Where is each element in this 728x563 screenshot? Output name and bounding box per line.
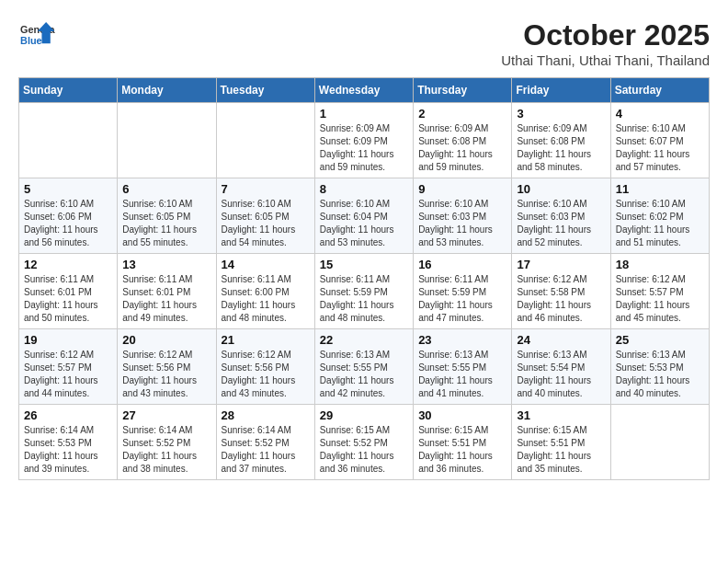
calendar-cell: 24Sunrise: 6:13 AM Sunset: 5:54 PM Dayli…: [512, 329, 610, 405]
logo: General Blue: [18, 18, 55, 51]
day-info: Sunrise: 6:14 AM Sunset: 5:52 PM Dayligh…: [222, 424, 310, 476]
calendar-cell: 6Sunrise: 6:10 AM Sunset: 6:05 PM Daylig…: [118, 178, 216, 254]
calendar-cell: 3Sunrise: 6:09 AM Sunset: 6:08 PM Daylig…: [512, 103, 610, 178]
title-block: October 2025 Uthai Thani, Uthai Thani, T…: [501, 18, 710, 68]
day-info: Sunrise: 6:14 AM Sunset: 5:53 PM Dayligh…: [24, 424, 112, 476]
calendar-cell: 21Sunrise: 6:12 AM Sunset: 5:56 PM Dayli…: [216, 329, 314, 405]
calendar-cell: 30Sunrise: 6:15 AM Sunset: 5:51 PM Dayli…: [414, 405, 512, 480]
calendar-cell: 7Sunrise: 6:10 AM Sunset: 6:05 PM Daylig…: [216, 178, 314, 254]
day-info: Sunrise: 6:12 AM Sunset: 5:58 PM Dayligh…: [517, 273, 605, 325]
day-number: 19: [24, 333, 112, 347]
calendar-cell: [118, 103, 216, 178]
calendar-cell: 19Sunrise: 6:12 AM Sunset: 5:57 PM Dayli…: [19, 329, 118, 405]
calendar-cell: 23Sunrise: 6:13 AM Sunset: 5:55 PM Dayli…: [414, 329, 512, 405]
day-number: 13: [122, 258, 210, 271]
month-title: October 2025: [501, 18, 710, 52]
logo-icon: General Blue: [18, 18, 55, 51]
day-info: Sunrise: 6:09 AM Sunset: 6:08 PM Dayligh…: [418, 122, 506, 174]
day-info: Sunrise: 6:15 AM Sunset: 5:52 PM Dayligh…: [320, 424, 408, 476]
calendar-cell: 1Sunrise: 6:09 AM Sunset: 6:09 PM Daylig…: [314, 103, 413, 178]
calendar-cell: 16Sunrise: 6:11 AM Sunset: 5:59 PM Dayli…: [414, 254, 512, 329]
day-info: Sunrise: 6:11 AM Sunset: 6:01 PM Dayligh…: [24, 273, 112, 325]
calendar-cell: 8Sunrise: 6:10 AM Sunset: 6:04 PM Daylig…: [314, 178, 413, 254]
day-info: Sunrise: 6:10 AM Sunset: 6:02 PM Dayligh…: [616, 198, 704, 249]
calendar-cell: 15Sunrise: 6:11 AM Sunset: 5:59 PM Dayli…: [314, 254, 413, 329]
calendar-cell: 29Sunrise: 6:15 AM Sunset: 5:52 PM Dayli…: [314, 405, 413, 480]
calendar-cell: 18Sunrise: 6:12 AM Sunset: 5:57 PM Dayli…: [610, 254, 709, 329]
day-number: 7: [222, 182, 310, 196]
calendar-cell: 2Sunrise: 6:09 AM Sunset: 6:08 PM Daylig…: [414, 103, 512, 178]
day-number: 25: [616, 333, 704, 347]
day-info: Sunrise: 6:10 AM Sunset: 6:03 PM Dayligh…: [517, 198, 605, 249]
day-info: Sunrise: 6:09 AM Sunset: 6:08 PM Dayligh…: [517, 122, 605, 174]
svg-text:Blue: Blue: [20, 35, 42, 46]
day-info: Sunrise: 6:09 AM Sunset: 6:09 PM Dayligh…: [320, 122, 408, 174]
day-number: 21: [222, 333, 310, 347]
day-number: 3: [517, 107, 605, 121]
day-info: Sunrise: 6:10 AM Sunset: 6:03 PM Dayligh…: [418, 198, 506, 249]
day-number: 8: [320, 182, 408, 196]
day-info: Sunrise: 6:12 AM Sunset: 5:57 PM Dayligh…: [24, 349, 112, 400]
calendar-cell: [216, 103, 314, 178]
weekday-header: Sunday: [19, 78, 118, 103]
day-number: 9: [418, 182, 506, 196]
day-number: 28: [222, 408, 310, 422]
day-number: 14: [222, 258, 310, 271]
day-number: 4: [616, 107, 704, 121]
day-info: Sunrise: 6:13 AM Sunset: 5:54 PM Dayligh…: [517, 349, 605, 400]
calendar-cell: 4Sunrise: 6:10 AM Sunset: 6:07 PM Daylig…: [610, 103, 709, 178]
day-number: 31: [517, 408, 605, 422]
calendar-week-row: 12Sunrise: 6:11 AM Sunset: 6:01 PM Dayli…: [19, 254, 710, 329]
calendar-week-row: 5Sunrise: 6:10 AM Sunset: 6:06 PM Daylig…: [19, 178, 710, 254]
day-info: Sunrise: 6:11 AM Sunset: 6:00 PM Dayligh…: [222, 273, 310, 325]
calendar-cell: 20Sunrise: 6:12 AM Sunset: 5:56 PM Dayli…: [118, 329, 216, 405]
page-header: General Blue October 2025 Uthai Thani, U…: [18, 18, 710, 68]
calendar-cell: 22Sunrise: 6:13 AM Sunset: 5:55 PM Dayli…: [314, 329, 413, 405]
day-info: Sunrise: 6:12 AM Sunset: 5:56 PM Dayligh…: [222, 349, 310, 400]
calendar-cell: 12Sunrise: 6:11 AM Sunset: 6:01 PM Dayli…: [19, 254, 118, 329]
weekday-header: Saturday: [610, 78, 709, 103]
day-number: 1: [320, 107, 408, 121]
calendar-cell: 31Sunrise: 6:15 AM Sunset: 5:51 PM Dayli…: [512, 405, 610, 480]
calendar-cell: 5Sunrise: 6:10 AM Sunset: 6:06 PM Daylig…: [19, 178, 118, 254]
day-info: Sunrise: 6:15 AM Sunset: 5:51 PM Dayligh…: [418, 424, 506, 476]
day-number: 27: [122, 408, 210, 422]
calendar-cell: 13Sunrise: 6:11 AM Sunset: 6:01 PM Dayli…: [118, 254, 216, 329]
calendar-week-row: 26Sunrise: 6:14 AM Sunset: 5:53 PM Dayli…: [19, 405, 710, 480]
day-info: Sunrise: 6:12 AM Sunset: 5:57 PM Dayligh…: [616, 273, 704, 325]
weekday-header: Thursday: [414, 78, 512, 103]
calendar-cell: 25Sunrise: 6:13 AM Sunset: 5:53 PM Dayli…: [610, 329, 709, 405]
calendar-cell: 17Sunrise: 6:12 AM Sunset: 5:58 PM Dayli…: [512, 254, 610, 329]
day-number: 5: [24, 182, 112, 196]
day-info: Sunrise: 6:10 AM Sunset: 6:07 PM Dayligh…: [616, 122, 704, 174]
day-info: Sunrise: 6:11 AM Sunset: 5:59 PM Dayligh…: [418, 273, 506, 325]
calendar-cell: 10Sunrise: 6:10 AM Sunset: 6:03 PM Dayli…: [512, 178, 610, 254]
calendar-cell: 14Sunrise: 6:11 AM Sunset: 6:00 PM Dayli…: [216, 254, 314, 329]
calendar-week-row: 1Sunrise: 6:09 AM Sunset: 6:09 PM Daylig…: [19, 103, 710, 178]
location-subtitle: Uthai Thani, Uthai Thani, Thailand: [501, 52, 710, 68]
day-number: 24: [517, 333, 605, 347]
day-info: Sunrise: 6:13 AM Sunset: 5:55 PM Dayligh…: [418, 349, 506, 400]
day-number: 30: [418, 408, 506, 422]
calendar-cell: [610, 405, 709, 480]
day-info: Sunrise: 6:10 AM Sunset: 6:04 PM Dayligh…: [320, 198, 408, 249]
day-info: Sunrise: 6:11 AM Sunset: 6:01 PM Dayligh…: [122, 273, 210, 325]
day-number: 26: [24, 408, 112, 422]
day-number: 10: [517, 182, 605, 196]
day-number: 20: [122, 333, 210, 347]
day-number: 16: [418, 258, 506, 271]
day-info: Sunrise: 6:13 AM Sunset: 5:53 PM Dayligh…: [616, 349, 704, 400]
day-number: 17: [517, 258, 605, 271]
day-number: 6: [122, 182, 210, 196]
day-info: Sunrise: 6:10 AM Sunset: 6:06 PM Dayligh…: [24, 198, 112, 249]
day-number: 23: [418, 333, 506, 347]
calendar-cell: 26Sunrise: 6:14 AM Sunset: 5:53 PM Dayli…: [19, 405, 118, 480]
calendar-cell: 9Sunrise: 6:10 AM Sunset: 6:03 PM Daylig…: [414, 178, 512, 254]
day-info: Sunrise: 6:10 AM Sunset: 6:05 PM Dayligh…: [122, 198, 210, 249]
day-info: Sunrise: 6:14 AM Sunset: 5:52 PM Dayligh…: [122, 424, 210, 476]
day-info: Sunrise: 6:15 AM Sunset: 5:51 PM Dayligh…: [517, 424, 605, 476]
day-number: 18: [616, 258, 704, 271]
day-number: 12: [24, 258, 112, 271]
weekday-header-row: SundayMondayTuesdayWednesdayThursdayFrid…: [19, 78, 710, 103]
weekday-header: Friday: [512, 78, 610, 103]
